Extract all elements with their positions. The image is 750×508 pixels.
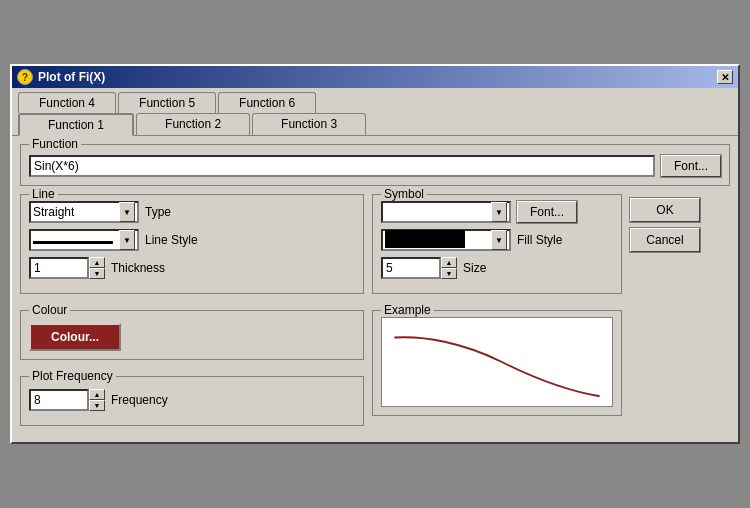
layout-row: Line Straight ▼ Type ▼: [20, 194, 730, 434]
line-style-label: Line Style: [145, 233, 198, 247]
size-row: ▲ ▼ Size: [381, 257, 613, 279]
plot-frequency-group: Plot Frequency ▲ ▼ Frequency: [20, 376, 364, 426]
colour-group-label: Colour: [29, 303, 70, 317]
plot-frequency-label: Plot Frequency: [29, 369, 116, 383]
frequency-up[interactable]: ▲: [89, 389, 105, 400]
function-font-button[interactable]: Font...: [661, 155, 721, 177]
function-group: Function Font...: [20, 144, 730, 186]
frequency-input[interactable]: [29, 389, 89, 411]
symbol-group-label: Symbol: [381, 187, 427, 201]
example-svg: [382, 318, 612, 406]
tab-function3[interactable]: Function 3: [252, 113, 366, 135]
frequency-down[interactable]: ▼: [89, 400, 105, 411]
colour-group: Colour Colour...: [20, 310, 364, 360]
title-bar-left: ? Plot of Fi(X): [17, 69, 105, 85]
thickness-spinner: ▲ ▼: [29, 257, 105, 279]
left-column: Line Straight ▼ Type ▼: [20, 194, 364, 434]
size-spinner: ▲ ▼: [381, 257, 457, 279]
example-group: Example: [372, 310, 622, 416]
frequency-spinner: ▲ ▼: [29, 389, 105, 411]
example-group-label: Example: [381, 303, 434, 317]
symbol-group: Symbol ▼ Font... ▼: [372, 194, 622, 294]
tab-function1[interactable]: Function 1: [18, 113, 134, 136]
fill-style-arrow[interactable]: ▼: [491, 230, 507, 250]
far-right-column: OK Cancel: [630, 194, 730, 434]
close-button[interactable]: ✕: [717, 70, 733, 84]
tab-function4[interactable]: Function 4: [18, 92, 116, 113]
frequency-row: ▲ ▼ Frequency: [29, 389, 355, 411]
symbol-type-select[interactable]: ▼: [381, 201, 511, 223]
size-spinner-buttons: ▲ ▼: [441, 257, 457, 279]
symbol-type-row: ▼ Font...: [381, 201, 613, 223]
frequency-spinner-buttons: ▲ ▼: [89, 389, 105, 411]
colour-button[interactable]: Colour...: [29, 323, 121, 351]
cancel-button[interactable]: Cancel: [630, 228, 700, 252]
title-bar: ? Plot of Fi(X) ✕: [12, 66, 738, 88]
tab-function6[interactable]: Function 6: [218, 92, 316, 113]
tab-function2[interactable]: Function 2: [136, 113, 250, 135]
line-style-preview: [33, 233, 113, 247]
thickness-input[interactable]: [29, 257, 89, 279]
fill-style-select[interactable]: ▼: [381, 229, 511, 251]
line-type-value: Straight: [33, 205, 74, 219]
main-window: ? Plot of Fi(X) ✕ Function 4 Function 5 …: [10, 64, 740, 444]
main-content: Function Font... Line Straight ▼: [12, 135, 738, 442]
thickness-label: Thickness: [111, 261, 165, 275]
line-group: Line Straight ▼ Type ▼: [20, 194, 364, 294]
line-type-row: Straight ▼ Type: [29, 201, 355, 223]
symbol-type-arrow[interactable]: ▼: [491, 202, 507, 222]
line-style-arrow[interactable]: ▼: [119, 230, 135, 250]
line-style-row: ▼ Line Style: [29, 229, 355, 251]
app-icon: ?: [17, 69, 33, 85]
thickness-spinner-buttons: ▲ ▼: [89, 257, 105, 279]
tab-row-1: Function 4 Function 5 Function 6: [12, 88, 738, 113]
example-preview: [381, 317, 613, 407]
symbol-font-button[interactable]: Font...: [517, 201, 577, 223]
line-type-label: Type: [145, 205, 171, 219]
tab-row-2: Function 1 Function 2 Function 3: [12, 113, 738, 135]
window-title: Plot of Fi(X): [38, 70, 105, 84]
fill-style-preview: [385, 230, 465, 251]
colour-btn-container: Colour...: [29, 317, 355, 351]
function-group-label: Function: [29, 137, 81, 151]
line-type-select[interactable]: Straight ▼: [29, 201, 139, 223]
ok-button[interactable]: OK: [630, 198, 700, 222]
right-column: Symbol ▼ Font... ▼: [372, 194, 622, 434]
thickness-up[interactable]: ▲: [89, 257, 105, 268]
size-up[interactable]: ▲: [441, 257, 457, 268]
line-thickness-row: ▲ ▼ Thickness: [29, 257, 355, 279]
frequency-label: Frequency: [111, 393, 168, 407]
size-input[interactable]: [381, 257, 441, 279]
function-row: Font...: [29, 155, 721, 177]
tab-function5[interactable]: Function 5: [118, 92, 216, 113]
size-label: Size: [463, 261, 486, 275]
fill-style-row: ▼ Fill Style: [381, 229, 613, 251]
fill-style-label: Fill Style: [517, 233, 562, 247]
function-input[interactable]: [29, 155, 655, 177]
thickness-down[interactable]: ▼: [89, 268, 105, 279]
size-down[interactable]: ▼: [441, 268, 457, 279]
line-type-arrow[interactable]: ▼: [119, 202, 135, 222]
line-style-select[interactable]: ▼: [29, 229, 139, 251]
line-group-label: Line: [29, 187, 58, 201]
